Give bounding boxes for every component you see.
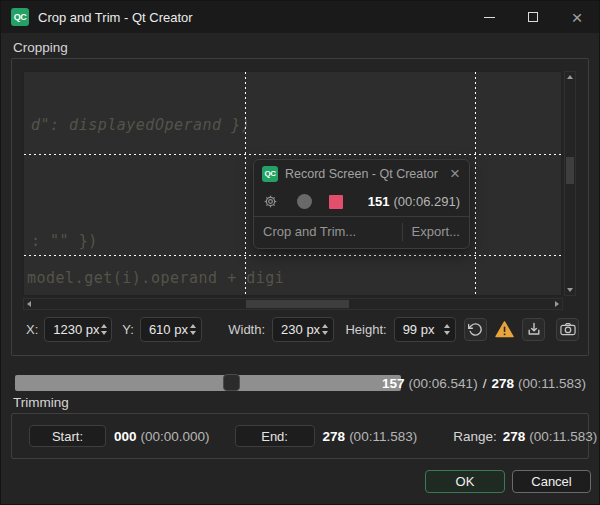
width-label: Width:	[228, 322, 265, 337]
qt-creator-logo-icon: QC	[11, 8, 29, 26]
vertical-scrollbar[interactable]	[564, 71, 576, 296]
recorded-frame-number: 151	[368, 194, 390, 209]
current-time: (00:06.541)	[409, 376, 478, 391]
start-value: 000(00:00.000)	[114, 429, 210, 444]
current-frame: 157	[382, 376, 405, 391]
crop-guide-right[interactable]	[475, 72, 476, 295]
timeline-slider[interactable]	[15, 375, 401, 391]
spin-up-icon[interactable]	[101, 324, 107, 328]
recorded-mini-titlebar: QC Record Screen - Qt Creator ×	[254, 160, 469, 187]
x-spinbox[interactable]: 1230 px	[44, 317, 112, 342]
minimize-button[interactable]	[467, 1, 511, 33]
start-frame: 000	[114, 429, 137, 444]
rotate-ccw-icon	[468, 322, 483, 337]
recorded-code-line: d": displayedOperand })	[31, 116, 250, 134]
minimize-icon	[484, 17, 495, 18]
window-controls: ×	[467, 1, 599, 33]
timeline-position-readout: 157(00:06.541)/278(00:11.583)	[382, 376, 586, 391]
record-icon	[297, 194, 312, 209]
y-spinner[interactable]	[188, 324, 201, 335]
horizontal-scrollbar[interactable]	[23, 298, 563, 310]
crop-and-trim-dialog: QC Crop and Trim - Qt Creator × Cropping…	[0, 0, 600, 505]
crop-guide-bottom[interactable]	[24, 255, 561, 256]
cropping-groupbox: d": displayedOperand }) : "" }) model.ge…	[11, 58, 589, 356]
height-label: Height:	[345, 322, 386, 337]
cropping-group-label: Cropping	[13, 40, 68, 55]
range-frame: 278	[503, 429, 526, 444]
end-time: (00:11.583)	[349, 429, 417, 444]
camera-icon	[560, 322, 576, 336]
total-time: (00:11.583)	[518, 376, 586, 391]
recorded-timecode: (00:06.291)	[394, 194, 461, 209]
timeline-slider-handle[interactable]	[223, 374, 240, 391]
screenshot-button[interactable]	[556, 318, 579, 341]
frame-separator: /	[483, 376, 487, 391]
set-start-button[interactable]: Start:	[29, 425, 106, 447]
height-spinbox[interactable]: 99 px	[394, 317, 456, 342]
range-time: (00:11.583)	[529, 429, 597, 444]
maximize-button[interactable]	[511, 1, 555, 33]
y-value[interactable]: 610 px	[141, 322, 188, 337]
trimming-row: Start: 000(00:00.000) End: 278(00:11.583…	[13, 415, 587, 457]
spin-up-icon[interactable]	[444, 324, 450, 328]
titlebar: QC Crop and Trim - Qt Creator ×	[1, 1, 599, 33]
scroll-up-icon[interactable]	[567, 75, 573, 79]
close-button[interactable]: ×	[555, 1, 599, 33]
spin-down-icon[interactable]	[190, 331, 196, 335]
ok-button[interactable]: OK	[425, 470, 505, 493]
spin-up-icon[interactable]	[322, 324, 328, 328]
vertical-scrollbar-thumb[interactable]	[566, 157, 574, 184]
cancel-button[interactable]: Cancel	[512, 470, 591, 493]
width-value[interactable]: 230 px	[273, 322, 320, 337]
scroll-down-icon[interactable]	[567, 288, 573, 292]
recorded-mini-actions: Crop and Trim... Export...	[254, 216, 469, 246]
video-crop-preview[interactable]: d": displayedOperand }) : "" }) model.ge…	[23, 71, 562, 296]
recorded-mini-controls: 151(00:06.291)	[254, 187, 469, 216]
x-label: X:	[26, 322, 38, 337]
recorded-mini-window: QC Record Screen - Qt Creator ×	[253, 159, 470, 249]
gear-icon	[263, 194, 278, 209]
y-spinbox[interactable]: 610 px	[140, 317, 202, 342]
end-value: 278(00:11.583)	[323, 429, 418, 444]
scroll-left-icon[interactable]	[27, 301, 31, 307]
reset-crop-button[interactable]	[464, 318, 487, 341]
download-icon	[527, 322, 541, 336]
range-value: 278(00:11.583)	[503, 429, 598, 444]
close-icon: ×	[571, 8, 582, 27]
close-icon: ×	[450, 165, 460, 182]
trimming-groupbox: Start: 000(00:00.000) End: 278(00:11.583…	[11, 413, 589, 459]
start-time: (00:00.000)	[141, 429, 210, 444]
total-frame: 278	[491, 376, 514, 391]
range-label: Range:	[453, 429, 497, 444]
y-label: Y:	[122, 322, 134, 337]
width-spinbox[interactable]: 230 px	[272, 317, 334, 342]
horizontal-scrollbar-thumb[interactable]	[246, 300, 349, 308]
height-spinner[interactable]	[442, 324, 455, 335]
width-spinner[interactable]	[320, 324, 333, 335]
recorded-code-line: : "" })	[31, 232, 98, 250]
export-frame-button[interactable]	[522, 318, 545, 341]
x-spinner[interactable]	[100, 324, 112, 335]
crop-guide-top[interactable]	[24, 154, 561, 155]
window-title: Crop and Trim - Qt Creator	[38, 10, 193, 25]
height-value[interactable]: 99 px	[395, 322, 442, 337]
scroll-right-icon[interactable]	[555, 301, 559, 307]
stop-icon	[329, 195, 343, 209]
x-value[interactable]: 1230 px	[45, 322, 99, 337]
warning-icon	[495, 321, 514, 338]
spin-down-icon[interactable]	[444, 331, 450, 335]
trimming-group-label: Trimming	[13, 395, 69, 410]
recorded-crop-and-trim-label: Crop and Trim...	[254, 224, 402, 239]
recorded-mini-title: Record Screen - Qt Creator	[285, 167, 450, 181]
crop-controls-row: X: 1230 px Y: 610 px Width: 230 px Heigh…	[23, 316, 579, 342]
spin-down-icon[interactable]	[322, 331, 328, 335]
recorded-export-label: Export...	[403, 224, 469, 239]
qt-creator-logo-icon: QC	[262, 166, 278, 182]
spin-down-icon[interactable]	[101, 331, 107, 335]
end-frame: 278	[323, 429, 346, 444]
recorded-frame-counter: 151(00:06.291)	[343, 194, 460, 209]
maximize-icon	[528, 12, 538, 22]
spin-up-icon[interactable]	[190, 324, 196, 328]
crop-guide-left[interactable]	[245, 72, 246, 295]
set-end-button[interactable]: End:	[235, 425, 315, 447]
